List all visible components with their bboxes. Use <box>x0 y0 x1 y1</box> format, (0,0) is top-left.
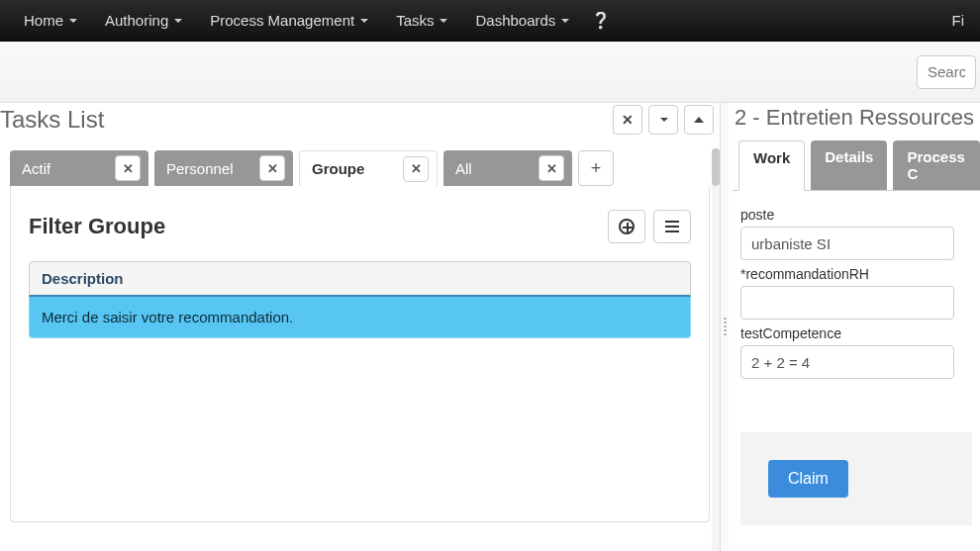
filter-tab-all[interactable]: All ✕ <box>443 150 572 186</box>
claim-row: Claim <box>740 432 972 525</box>
list-icon <box>665 221 679 232</box>
claim-button[interactable]: Claim <box>768 460 848 498</box>
filter-tab-personnel[interactable]: Personnel ✕ <box>154 150 293 186</box>
task-row[interactable]: Merci de saisir votre recommandation. <box>29 297 691 338</box>
tab-work[interactable]: Work <box>738 140 805 191</box>
input-testcompetence[interactable] <box>740 345 954 379</box>
filter-title: Filter Groupe <box>29 214 165 239</box>
nav-dashboards[interactable]: Dashboards <box>461 2 583 39</box>
add-filter-tab-button[interactable]: + <box>578 150 614 186</box>
left-scrollbar[interactable] <box>712 148 720 551</box>
filter-card-header: Filter Groupe <box>29 210 691 243</box>
filter-header-buttons <box>608 210 691 243</box>
nav-label: Authoring <box>105 12 168 29</box>
close-icon[interactable]: ✕ <box>403 156 429 182</box>
search-input[interactable] <box>917 55 976 89</box>
panel-close-button[interactable]: ✕ <box>613 105 642 135</box>
nav-label: Process Management <box>210 12 354 29</box>
input-poste[interactable] <box>740 227 954 260</box>
nav-home[interactable]: Home <box>10 2 91 39</box>
nav-label: Home <box>24 12 63 29</box>
scrollbar-thumb[interactable] <box>712 148 720 186</box>
task-detail-title: 2 - Entretien Ressources <box>733 103 980 140</box>
caret-down-icon <box>660 118 668 122</box>
filter-tab-actif[interactable]: Actif ✕ <box>10 150 148 186</box>
nav-right-cut[interactable]: Fi <box>946 2 971 39</box>
left-pane: Tasks List ✕ Actif ✕ Personnel ✕ Groupe … <box>0 103 721 551</box>
help-icon[interactable]: ❔ <box>591 11 611 30</box>
subbar <box>0 42 980 103</box>
panel-menu-button[interactable] <box>648 105 678 135</box>
filter-tab-label: All <box>455 160 472 177</box>
grip-icon <box>724 318 727 337</box>
caret-down-icon <box>69 19 77 23</box>
filter-tabs-row: Actif ✕ Personnel ✕ Groupe ✕ All ✕ + <box>0 144 720 186</box>
list-view-button[interactable] <box>653 210 691 243</box>
nav-authoring[interactable]: Authoring <box>91 2 196 39</box>
filter-tab-groupe[interactable]: Groupe ✕ <box>299 150 438 186</box>
filter-tab-label: Personnel <box>166 160 234 177</box>
chevron-up-icon <box>694 117 704 123</box>
right-pane: 2 - Entretien Ressources Work Details Pr… <box>729 103 980 551</box>
filter-card: Filter Groupe Description Merci de saisi… <box>10 186 710 522</box>
caret-down-icon <box>440 19 447 23</box>
filter-tab-label: Groupe <box>312 160 364 177</box>
caret-down-icon <box>561 19 569 23</box>
work-tabs: Work Details Process C <box>733 140 980 191</box>
panel-collapse-button[interactable] <box>684 105 714 135</box>
tasks-list-title: Tasks List <box>0 106 104 134</box>
splitter-handle[interactable] <box>721 103 729 551</box>
form-area: poste *recommandationRH testCompetence C… <box>733 191 980 535</box>
tab-process-context[interactable]: Process C <box>893 140 980 190</box>
nav-label: Tasks <box>396 12 434 29</box>
close-icon[interactable]: ✕ <box>115 155 141 181</box>
tab-details[interactable]: Details <box>811 140 887 190</box>
close-icon[interactable]: ✕ <box>259 155 285 181</box>
top-navbar: Home Authoring Process Management Tasks … <box>0 0 980 42</box>
close-icon[interactable]: ✕ <box>539 155 564 181</box>
tasks-list-header: Tasks List ✕ <box>0 103 720 144</box>
nav-process-management[interactable]: Process Management <box>196 2 382 39</box>
caret-down-icon <box>360 19 368 23</box>
nav-label: Dashboards <box>475 12 555 29</box>
column-header-description[interactable]: Description <box>29 261 691 297</box>
filter-tab-label: Actif <box>22 160 50 177</box>
label-poste: poste <box>740 207 972 223</box>
caret-down-icon <box>174 19 182 23</box>
main-split: Tasks List ✕ Actif ✕ Personnel ✕ Groupe … <box>0 103 980 551</box>
nav-tasks[interactable]: Tasks <box>382 2 461 39</box>
label-recommandation: *recommandationRH <box>740 266 972 282</box>
add-task-button[interactable] <box>608 210 645 243</box>
plus-circle-icon <box>619 219 635 234</box>
panel-controls: ✕ <box>607 105 714 135</box>
label-testcompetence: testCompetence <box>740 325 972 341</box>
input-recommandation[interactable] <box>740 286 954 320</box>
